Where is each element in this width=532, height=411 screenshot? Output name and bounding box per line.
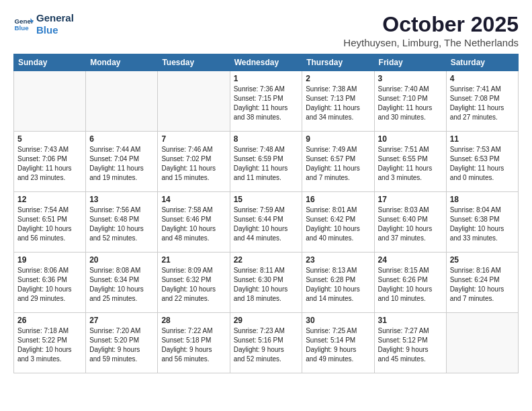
day-number: 9: [306, 134, 370, 144]
day-info: Sunrise: 8:09 AM Sunset: 6:32 PM Dayligh…: [161, 266, 226, 304]
calendar-cell: 2Sunrise: 7:38 AM Sunset: 7:13 PM Daylig…: [302, 71, 374, 132]
svg-text:Blue: Blue: [15, 24, 30, 32]
day-number: 27: [89, 316, 154, 325]
day-info: Sunrise: 7:38 AM Sunset: 7:13 PM Dayligh…: [306, 85, 370, 122]
day-info: Sunrise: 7:20 AM Sunset: 5:20 PM Dayligh…: [89, 326, 154, 364]
calendar-cell: 21Sunrise: 8:09 AM Sunset: 6:32 PM Dayli…: [158, 253, 230, 313]
day-number: 30: [306, 316, 370, 325]
day-info: Sunrise: 7:40 AM Sunset: 7:10 PM Dayligh…: [378, 85, 443, 122]
calendar-cell: 4Sunrise: 7:41 AM Sunset: 7:08 PM Daylig…: [446, 71, 518, 132]
day-info: Sunrise: 7:36 AM Sunset: 7:15 PM Dayligh…: [234, 85, 299, 122]
day-number: 26: [17, 316, 82, 325]
calendar-table: SundayMondayTuesdayWednesdayThursdayFrid…: [13, 54, 519, 373]
day-number: 8: [234, 134, 299, 144]
day-info: Sunrise: 8:16 AM Sunset: 6:24 PM Dayligh…: [450, 266, 515, 304]
weekday-header-friday: Friday: [374, 54, 446, 71]
header: General Blue General Blue October 2025 H…: [13, 12, 519, 48]
day-info: Sunrise: 7:58 AM Sunset: 6:46 PM Dayligh…: [161, 205, 226, 243]
calendar-cell: 11Sunrise: 7:53 AM Sunset: 6:53 PM Dayli…: [446, 132, 518, 192]
day-info: Sunrise: 8:08 AM Sunset: 6:34 PM Dayligh…: [89, 266, 154, 304]
weekday-header-monday: Monday: [86, 54, 158, 71]
weekday-header-wednesday: Wednesday: [230, 54, 302, 71]
day-number: 20: [89, 255, 154, 265]
calendar-cell: 14Sunrise: 7:58 AM Sunset: 6:46 PM Dayli…: [158, 192, 230, 253]
day-info: Sunrise: 7:43 AM Sunset: 7:06 PM Dayligh…: [17, 145, 82, 183]
day-info: Sunrise: 7:46 AM Sunset: 7:02 PM Dayligh…: [161, 145, 226, 183]
calendar-cell: 25Sunrise: 8:16 AM Sunset: 6:24 PM Dayli…: [446, 253, 518, 313]
day-number: 10: [378, 134, 443, 144]
calendar-cell: 23Sunrise: 8:13 AM Sunset: 6:28 PM Dayli…: [302, 253, 374, 313]
day-info: Sunrise: 7:23 AM Sunset: 5:16 PM Dayligh…: [234, 326, 299, 364]
day-number: 13: [89, 195, 154, 204]
calendar-cell: 5Sunrise: 7:43 AM Sunset: 7:06 PM Daylig…: [14, 132, 86, 192]
day-number: 16: [306, 195, 370, 204]
month-title: October 2025: [343, 12, 519, 37]
day-info: Sunrise: 7:53 AM Sunset: 6:53 PM Dayligh…: [450, 145, 515, 183]
day-info: Sunrise: 8:11 AM Sunset: 6:30 PM Dayligh…: [234, 266, 299, 304]
calendar-cell: 24Sunrise: 8:15 AM Sunset: 6:26 PM Dayli…: [374, 253, 446, 313]
week-row-2: 5Sunrise: 7:43 AM Sunset: 7:06 PM Daylig…: [14, 132, 519, 192]
day-number: 23: [306, 255, 370, 265]
calendar-cell: 27Sunrise: 7:20 AM Sunset: 5:20 PM Dayli…: [86, 313, 158, 373]
title-block: October 2025 Heythuysen, Limburg, The Ne…: [343, 12, 519, 48]
calendar-cell: 10Sunrise: 7:51 AM Sunset: 6:55 PM Dayli…: [374, 132, 446, 192]
day-info: Sunrise: 7:41 AM Sunset: 7:08 PM Dayligh…: [450, 85, 515, 122]
day-info: Sunrise: 8:03 AM Sunset: 6:40 PM Dayligh…: [378, 205, 443, 243]
calendar-cell: 16Sunrise: 8:01 AM Sunset: 6:42 PM Dayli…: [302, 192, 374, 253]
day-number: 22: [234, 255, 299, 265]
calendar-cell: [86, 71, 158, 132]
calendar-cell: 8Sunrise: 7:48 AM Sunset: 6:59 PM Daylig…: [230, 132, 302, 192]
calendar-cell: 17Sunrise: 8:03 AM Sunset: 6:40 PM Dayli…: [374, 192, 446, 253]
day-info: Sunrise: 7:22 AM Sunset: 5:18 PM Dayligh…: [161, 326, 226, 364]
calendar-cell: 12Sunrise: 7:54 AM Sunset: 6:51 PM Dayli…: [14, 192, 86, 253]
day-info: Sunrise: 7:59 AM Sunset: 6:44 PM Dayligh…: [234, 205, 299, 243]
day-info: Sunrise: 7:27 AM Sunset: 5:12 PM Dayligh…: [378, 326, 443, 364]
week-row-4: 19Sunrise: 8:06 AM Sunset: 6:36 PM Dayli…: [14, 253, 519, 313]
calendar-cell: 20Sunrise: 8:08 AM Sunset: 6:34 PM Dayli…: [86, 253, 158, 313]
calendar-cell: 18Sunrise: 8:04 AM Sunset: 6:38 PM Dayli…: [446, 192, 518, 253]
logo-text: General Blue: [36, 12, 74, 36]
week-row-3: 12Sunrise: 7:54 AM Sunset: 6:51 PM Dayli…: [14, 192, 519, 253]
calendar-cell: 30Sunrise: 7:25 AM Sunset: 5:14 PM Dayli…: [302, 313, 374, 373]
calendar-cell: [158, 71, 230, 132]
weekday-header-row: SundayMondayTuesdayWednesdayThursdayFrid…: [14, 54, 519, 71]
day-info: Sunrise: 7:44 AM Sunset: 7:04 PM Dayligh…: [89, 145, 154, 183]
page: General Blue General Blue October 2025 H…: [0, 0, 532, 385]
day-number: 19: [17, 255, 82, 265]
day-number: 4: [450, 74, 515, 83]
day-info: Sunrise: 7:18 AM Sunset: 5:22 PM Dayligh…: [17, 326, 82, 364]
weekday-header-thursday: Thursday: [302, 54, 374, 71]
day-info: Sunrise: 8:04 AM Sunset: 6:38 PM Dayligh…: [450, 205, 515, 243]
day-info: Sunrise: 7:25 AM Sunset: 5:14 PM Dayligh…: [306, 326, 370, 364]
day-info: Sunrise: 8:15 AM Sunset: 6:26 PM Dayligh…: [378, 266, 443, 304]
calendar-cell: 22Sunrise: 8:11 AM Sunset: 6:30 PM Dayli…: [230, 253, 302, 313]
day-number: 2: [306, 74, 370, 83]
day-number: 18: [450, 195, 515, 204]
week-row-5: 26Sunrise: 7:18 AM Sunset: 5:22 PM Dayli…: [14, 313, 519, 373]
calendar-cell: 13Sunrise: 7:56 AM Sunset: 6:48 PM Dayli…: [86, 192, 158, 253]
calendar-cell: 15Sunrise: 7:59 AM Sunset: 6:44 PM Dayli…: [230, 192, 302, 253]
day-number: 3: [378, 74, 443, 83]
day-number: 25: [450, 255, 515, 265]
day-number: 29: [234, 316, 299, 325]
calendar-cell: [446, 313, 518, 373]
day-info: Sunrise: 8:13 AM Sunset: 6:28 PM Dayligh…: [306, 266, 370, 304]
day-info: Sunrise: 7:56 AM Sunset: 6:48 PM Dayligh…: [89, 205, 154, 243]
day-info: Sunrise: 7:48 AM Sunset: 6:59 PM Dayligh…: [234, 145, 299, 183]
day-number: 24: [378, 255, 443, 265]
calendar-cell: 31Sunrise: 7:27 AM Sunset: 5:12 PM Dayli…: [374, 313, 446, 373]
logo: General Blue General Blue: [13, 12, 74, 36]
day-number: 12: [17, 195, 82, 204]
day-number: 1: [234, 74, 299, 83]
day-info: Sunrise: 8:06 AM Sunset: 6:36 PM Dayligh…: [17, 266, 82, 304]
calendar-cell: 28Sunrise: 7:22 AM Sunset: 5:18 PM Dayli…: [158, 313, 230, 373]
calendar-cell: 26Sunrise: 7:18 AM Sunset: 5:22 PM Dayli…: [14, 313, 86, 373]
day-info: Sunrise: 7:51 AM Sunset: 6:55 PM Dayligh…: [378, 145, 443, 183]
weekday-header-tuesday: Tuesday: [158, 54, 230, 71]
calendar-cell: 9Sunrise: 7:49 AM Sunset: 6:57 PM Daylig…: [302, 132, 374, 192]
calendar-cell: 3Sunrise: 7:40 AM Sunset: 7:10 PM Daylig…: [374, 71, 446, 132]
weekday-header-saturday: Saturday: [446, 54, 518, 71]
calendar-cell: 7Sunrise: 7:46 AM Sunset: 7:02 PM Daylig…: [158, 132, 230, 192]
day-number: 28: [161, 316, 226, 325]
calendar-cell: [14, 71, 86, 132]
